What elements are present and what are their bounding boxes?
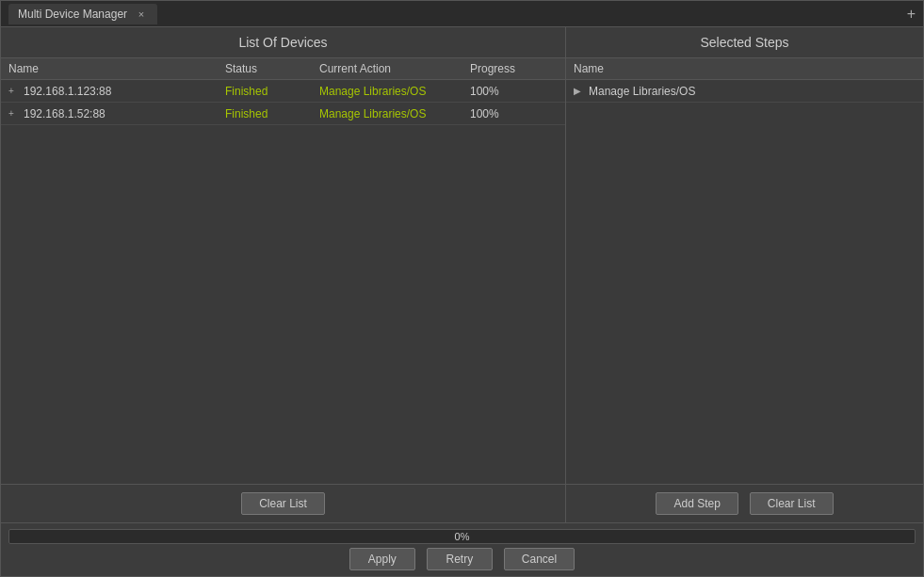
step-row[interactable]: ▶ Manage Libraries/OS [566,80,923,103]
table-row[interactable]: + 192.168.1.52:88 Finished Manage Librar… [1,103,565,125]
col-header-step-name: Name [574,62,604,75]
title-bar: Multi Device Manager × + [1,1,923,27]
left-panel-footer: Clear List [1,484,565,522]
main-content: List Of Devices Name Status Current Acti… [1,27,923,576]
new-tab-icon[interactable]: + [907,6,916,23]
right-panel-footer: Add Step Clear List [566,484,923,522]
right-panel: Selected Steps Name ▶ Manage Libraries/O… [566,27,923,522]
panels-row: List Of Devices Name Status Current Acti… [1,27,923,522]
steps-table-header: Name [566,58,923,80]
col-header-name: Name [8,62,225,75]
title-tab: Multi Device Manager × [8,4,157,24]
retry-button[interactable]: Retry [427,548,493,570]
row-device-name-1: 192.168.1.123:88 [24,85,225,98]
bottom-bar: 0% Apply Retry Cancel [1,522,923,576]
step-expand-icon[interactable]: ▶ [574,86,585,96]
right-panel-title: Selected Steps [566,27,923,58]
bottom-buttons: Apply Retry Cancel [8,548,916,570]
col-header-status: Status [225,62,319,75]
devices-table-header: Name Status Current Action Progress [1,58,565,80]
row-status-2: Finished [225,107,319,120]
left-panel: List Of Devices Name Status Current Acti… [1,27,566,522]
clear-list-button-left[interactable]: Clear List [241,492,325,515]
row-progress-2: 100% [470,107,545,120]
cancel-button[interactable]: Cancel [504,548,575,570]
clear-list-button-right[interactable]: Clear List [750,492,834,515]
row-progress-1: 100% [470,85,545,98]
step-name: Manage Libraries/OS [589,85,695,98]
devices-table-body: + 192.168.1.123:88 Finished Manage Libra… [1,80,565,484]
tab-close-icon[interactable]: × [135,8,148,21]
progress-label: 0% [455,531,470,542]
col-header-progress: Progress [470,62,545,75]
main-window: Multi Device Manager × + List Of Devices… [0,0,924,577]
steps-table-body: ▶ Manage Libraries/OS [566,80,923,484]
col-header-action: Current Action [319,62,470,75]
row-action-1: Manage Libraries/OS [319,85,470,98]
window-title: Multi Device Manager [18,8,127,21]
left-panel-title: List Of Devices [1,27,565,58]
add-step-button[interactable]: Add Step [656,492,738,515]
table-row[interactable]: + 192.168.1.123:88 Finished Manage Libra… [1,80,565,103]
row-expand-icon-1[interactable]: + [8,86,20,96]
row-expand-icon-2[interactable]: + [8,108,20,119]
row-device-name-2: 192.168.1.52:88 [24,107,225,120]
apply-button[interactable]: Apply [349,548,415,570]
progress-bar-container: 0% [8,529,916,544]
row-status-1: Finished [225,85,319,98]
row-action-2: Manage Libraries/OS [319,107,470,120]
